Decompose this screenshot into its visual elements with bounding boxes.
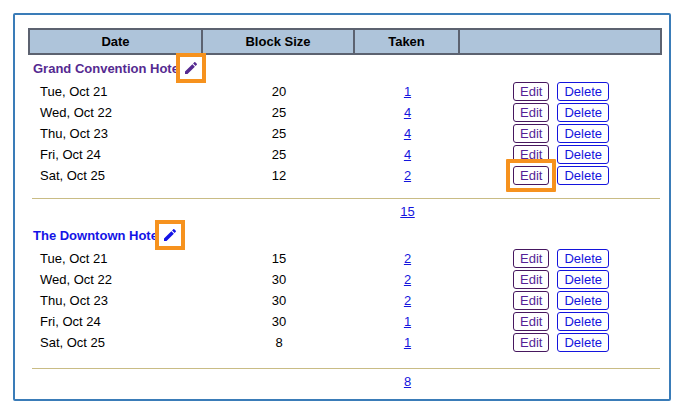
section-divider [32, 368, 660, 369]
block-size-cell: 15 [203, 251, 355, 266]
taken-link[interactable]: 4 [404, 105, 411, 120]
block-size-cell: 20 [203, 84, 355, 99]
delete-button[interactable]: Delete [557, 270, 609, 289]
taken-link[interactable]: 4 [404, 126, 411, 141]
block-size-cell: 25 [203, 105, 355, 120]
header-date: Date [30, 30, 203, 53]
edit-button-highlight-box: Edit [506, 159, 556, 192]
edit-button[interactable]: Edit [513, 333, 549, 352]
date-cell: Sat, Oct 25 [28, 335, 203, 350]
table-row: Wed, Oct 22 30 2 Edit Delete [28, 269, 662, 290]
taken-link[interactable]: 1 [404, 335, 411, 350]
date-cell: Fri, Oct 24 [28, 147, 203, 162]
edit-button[interactable]: Edit [513, 291, 549, 310]
screenshot-canvas: Date Block Size Taken Grand Convention H… [0, 0, 690, 418]
block-size-cell: 12 [203, 168, 355, 183]
edit-button[interactable]: Edit [513, 312, 549, 331]
table-row: Sat, Oct 25 12 2 Edit Delete [28, 165, 662, 186]
edit-button[interactable]: Edit [513, 82, 549, 101]
header-block-size: Block Size [203, 30, 355, 53]
delete-button[interactable]: Delete [557, 312, 609, 331]
taken-link[interactable]: 4 [404, 147, 411, 162]
block-size-cell: 8 [203, 335, 355, 350]
pencil-highlight-box[interactable] [155, 220, 185, 250]
table-row: Thu, Oct 23 30 2 Edit Delete [28, 290, 662, 311]
block-size-cell: 25 [203, 126, 355, 141]
block-size-cell: 30 [203, 314, 355, 329]
table-header-row: Date Block Size Taken [28, 28, 662, 55]
delete-button[interactable]: Delete [557, 124, 609, 143]
delete-button[interactable]: Delete [557, 166, 609, 185]
date-cell: Wed, Oct 22 [28, 105, 203, 120]
date-cell: Tue, Oct 21 [28, 84, 203, 99]
delete-button[interactable]: Delete [557, 333, 609, 352]
taken-link[interactable]: 1 [404, 84, 411, 99]
delete-button[interactable]: Delete [557, 249, 609, 268]
edit-button[interactable]: Edit [513, 270, 549, 289]
block-size-cell: 30 [203, 293, 355, 308]
hotel-name-link[interactable]: The Downtown Hotel [33, 228, 162, 243]
section-total-taken-link[interactable]: 15 [400, 204, 414, 219]
date-cell: Thu, Oct 23 [28, 126, 203, 141]
taken-link[interactable]: 1 [404, 314, 411, 329]
section-divider [32, 198, 660, 199]
date-cell: Thu, Oct 23 [28, 293, 203, 308]
block-size-cell: 25 [203, 147, 355, 162]
table-row: Fri, Oct 24 25 4 Edit Delete [28, 144, 662, 165]
taken-link[interactable]: 2 [404, 293, 411, 308]
pencil-icon [183, 60, 199, 76]
edit-button[interactable]: Edit [513, 166, 549, 185]
section-total-row: 8 [28, 370, 662, 392]
header-taken: Taken [355, 30, 460, 53]
edit-button[interactable]: Edit [513, 249, 549, 268]
taken-link[interactable]: 2 [404, 168, 411, 183]
date-cell: Sat, Oct 25 [28, 168, 203, 183]
pencil-highlight-box[interactable] [176, 53, 206, 83]
pencil-icon [162, 227, 178, 243]
hotel-row-grand-convention: Grand Convention Hotel [28, 55, 662, 81]
date-cell: Wed, Oct 22 [28, 272, 203, 287]
header-actions [460, 30, 660, 53]
hotel-row-downtown: The Downtown Hotel [28, 222, 662, 248]
date-cell: Fri, Oct 24 [28, 314, 203, 329]
date-cell: Tue, Oct 21 [28, 251, 203, 266]
room-blocks-table: Date Block Size Taken Grand Convention H… [28, 28, 662, 392]
table-row: Sat, Oct 25 8 1 Edit Delete [28, 332, 662, 353]
table-row: Wed, Oct 22 25 4 Edit Delete [28, 102, 662, 123]
taken-link[interactable]: 2 [404, 251, 411, 266]
delete-button[interactable]: Delete [557, 103, 609, 122]
delete-button[interactable]: Delete [557, 82, 609, 101]
delete-button[interactable]: Delete [557, 145, 609, 164]
hotel-name-link[interactable]: Grand Convention Hotel [33, 61, 183, 76]
table-row: Thu, Oct 23 25 4 Edit Delete [28, 123, 662, 144]
delete-button[interactable]: Delete [557, 291, 609, 310]
taken-link[interactable]: 2 [404, 272, 411, 287]
edit-button[interactable]: Edit [513, 124, 549, 143]
section-total-taken-link[interactable]: 8 [404, 374, 411, 389]
table-row: Tue, Oct 21 20 1 Edit Delete [28, 81, 662, 102]
section-total-row: 15 [28, 200, 662, 222]
block-size-cell: 30 [203, 272, 355, 287]
table-row: Fri, Oct 24 30 1 Edit Delete [28, 311, 662, 332]
edit-button[interactable]: Edit [513, 103, 549, 122]
table-row: Tue, Oct 21 15 2 Edit Delete [28, 248, 662, 269]
